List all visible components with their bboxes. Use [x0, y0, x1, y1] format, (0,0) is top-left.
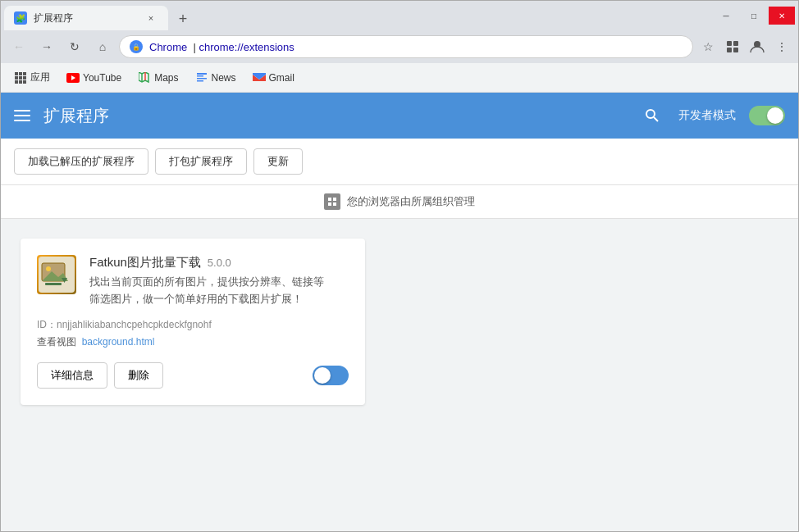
address-brand: Chrome	[149, 41, 187, 53]
svg-rect-9	[19, 76, 22, 80]
new-tab-button[interactable]: +	[171, 7, 194, 30]
svg-rect-6	[19, 72, 22, 75]
svg-rect-19	[197, 73, 207, 75]
svg-rect-28	[333, 202, 336, 206]
security-icon: 🔒	[130, 40, 143, 53]
view-label: 查看视图	[37, 336, 76, 348]
apps-icon	[14, 71, 27, 84]
extension-enable-toggle[interactable]	[313, 366, 349, 385]
extensions-menu-button[interactable]	[723, 37, 742, 57]
bookmark-apps[interactable]: 应用	[7, 67, 57, 88]
address-url: chrome://extensions	[199, 41, 294, 53]
youtube-icon	[66, 71, 80, 84]
news-label: News	[212, 72, 236, 84]
extension-name: Fatkun图片批量下载	[89, 255, 201, 271]
profile-button[interactable]	[747, 37, 767, 57]
pack-extension-button[interactable]: 打包扩展程序	[155, 148, 247, 175]
news-icon	[195, 71, 208, 84]
tab-title: 扩展程序	[34, 11, 137, 25]
extension-id-text: ID：nnjjahlikiabanchcpehcpkdeckfgnohf	[37, 319, 212, 330]
svg-point-31	[46, 266, 51, 271]
maximize-button[interactable]: □	[741, 7, 767, 25]
address-bar[interactable]: 🔒 Chrome | chrome://extensions	[119, 35, 693, 58]
extension-name-row: Fatkun图片批量下载 5.0.0	[89, 255, 349, 271]
apps-label: 应用	[30, 70, 50, 84]
svg-marker-16	[139, 72, 148, 82]
back-button[interactable]: ←	[7, 35, 30, 58]
hamburger-menu-button[interactable]	[14, 110, 30, 121]
gmail-icon	[253, 71, 266, 84]
svg-rect-27	[328, 202, 331, 206]
tab-favicon-icon: 🧩	[14, 11, 27, 25]
search-button[interactable]	[639, 102, 665, 129]
window-controls: ─ □ ✕	[713, 7, 795, 25]
extension-version: 5.0.0	[208, 257, 231, 269]
more-menu-button[interactable]: ⋮	[772, 37, 792, 57]
extension-info: Fatkun图片批量下载 5.0.0 找出当前页面的所有图片，提供按分辨率、链接…	[89, 255, 349, 308]
svg-rect-13	[23, 80, 26, 84]
organization-icon	[324, 193, 340, 210]
svg-rect-22	[197, 80, 203, 82]
svg-rect-5	[15, 72, 18, 75]
extension-card-footer: 详细信息 删除	[37, 362, 349, 389]
svg-line-24	[654, 117, 658, 121]
svg-rect-1	[733, 41, 738, 46]
main-content: Fatkun图片批量下载 5.0.0 找出当前页面的所有图片，提供按分辨率、链接…	[1, 219, 798, 531]
page-title: 扩展程序	[43, 105, 639, 127]
home-button[interactable]: ⌂	[91, 35, 114, 58]
gmail-label: Gmail	[269, 72, 294, 84]
tab-close-button[interactable]: ×	[144, 11, 158, 25]
extension-toggle-knob	[314, 367, 331, 384]
extension-card: Fatkun图片批量下载 5.0.0 找出当前页面的所有图片，提供按分辨率、链接…	[21, 239, 365, 405]
bookmark-news[interactable]: News	[189, 68, 243, 88]
bookmark-star-button[interactable]: ☆	[698, 37, 718, 57]
header-actions: 开发者模式	[639, 102, 785, 129]
remove-button[interactable]: 删除	[114, 362, 163, 389]
bookmark-maps[interactable]: Maps	[131, 68, 185, 88]
dev-mode-toggle[interactable]	[749, 106, 785, 125]
bookmark-gmail[interactable]: Gmail	[246, 68, 301, 88]
extension-card-header: Fatkun图片批量下载 5.0.0 找出当前页面的所有图片，提供按分辨率、链接…	[37, 255, 349, 308]
title-bar: 🧩 扩展程序 × + ─ □ ✕	[1, 1, 798, 30]
minimize-button[interactable]: ─	[713, 7, 739, 25]
refresh-button[interactable]: ↻	[63, 35, 86, 58]
bookmark-youtube[interactable]: YouTube	[60, 68, 128, 88]
maps-icon	[138, 71, 151, 84]
svg-rect-8	[15, 76, 18, 80]
extension-id-row: ID：nnjjahlikiabanchcpehcpkdeckfgnohf	[37, 318, 349, 332]
forward-button[interactable]: →	[35, 35, 58, 58]
hamburger-line-1	[14, 110, 30, 111]
svg-rect-25	[328, 198, 331, 201]
hamburger-line-2	[14, 115, 30, 116]
svg-rect-20	[197, 75, 203, 77]
svg-rect-10	[23, 76, 26, 80]
close-button[interactable]: ✕	[769, 7, 795, 25]
svg-rect-0	[727, 41, 732, 46]
action-buttons-row: 加载已解压的扩展程序 打包扩展程序 更新	[1, 139, 798, 185]
toggle-knob	[767, 107, 783, 124]
load-unpacked-button[interactable]: 加载已解压的扩展程序	[14, 148, 148, 175]
detail-button[interactable]: 详细信息	[37, 362, 107, 389]
extension-header: 扩展程序 开发者模式	[1, 93, 798, 139]
dev-mode-label: 开发者模式	[678, 108, 736, 123]
bookmarks-bar: 应用 YouTube Maps News Gmail	[1, 63, 798, 93]
managed-notice-bar: 您的浏览器由所属组织管理	[1, 185, 798, 219]
update-button[interactable]: 更新	[253, 148, 303, 175]
svg-rect-11	[15, 80, 18, 84]
svg-rect-7	[23, 72, 26, 75]
svg-rect-21	[197, 78, 207, 80]
svg-rect-12	[19, 80, 22, 84]
address-bar-row: ← → ↻ ⌂ 🔒 Chrome | chrome://extensions ☆…	[1, 30, 798, 63]
extension-view-row: 查看视图 background.html	[37, 335, 349, 349]
youtube-label: YouTube	[83, 72, 121, 84]
managed-notice-text: 您的浏览器由所属组织管理	[347, 194, 475, 209]
background-html-link[interactable]: background.html	[82, 336, 155, 348]
svg-rect-2	[727, 48, 732, 52]
svg-rect-26	[333, 198, 336, 201]
tab-area: 🧩 扩展程序 × +	[4, 1, 194, 30]
extension-description: 找出当前页面的所有图片，提供按分辨率、链接等筛选图片，做一个简单好用的下载图片扩…	[89, 274, 349, 308]
maps-label: Maps	[154, 72, 178, 84]
active-tab[interactable]: 🧩 扩展程序 ×	[4, 6, 168, 30]
hamburger-line-3	[14, 120, 30, 121]
address-text: Chrome | chrome://extensions	[149, 41, 683, 53]
